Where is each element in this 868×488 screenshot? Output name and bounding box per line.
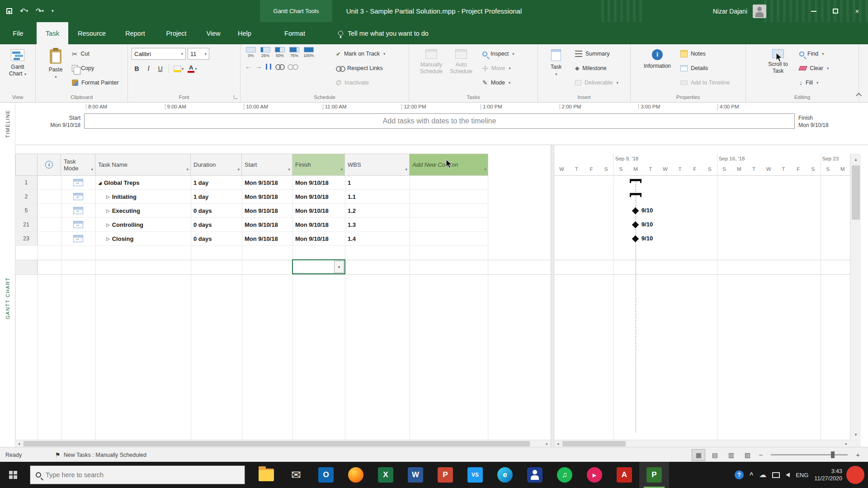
- avatar[interactable]: [753, 5, 766, 18]
- start-cell[interactable]: Mon 9/10/18: [242, 232, 292, 245]
- font-name-select[interactable]: Calibri▾: [132, 48, 186, 60]
- language-indicator[interactable]: ENG: [796, 472, 808, 479]
- taskbar-app-powerpoint[interactable]: P: [430, 462, 460, 488]
- font-color-button[interactable]: A▾: [186, 63, 198, 75]
- select-all-header[interactable]: [15, 154, 38, 176]
- taskbar-app-project[interactable]: P: [639, 462, 669, 488]
- task-name-cell[interactable]: ▷Closing: [95, 232, 191, 245]
- paste-button[interactable]: Paste▾: [41, 46, 70, 90]
- auto-schedule-button[interactable]: Auto Schedule: [447, 46, 475, 90]
- format-painter-button[interactable]: Format Painter: [69, 75, 122, 90]
- start-button[interactable]: [0, 462, 26, 488]
- duration-header[interactable]: Duration▾: [191, 154, 242, 176]
- zoom-out-button[interactable]: −: [757, 451, 764, 459]
- insert-task-button[interactable]: Task▾: [542, 46, 570, 90]
- scroll-up-button[interactable]: ▴: [850, 154, 861, 164]
- empty-row[interactable]: [15, 400, 488, 414]
- filter-caret-icon[interactable]: ▾: [484, 166, 486, 173]
- scroll-to-task-button[interactable]: Scroll to Task: [763, 46, 793, 90]
- filter-caret-icon[interactable]: ▾: [405, 166, 407, 173]
- unlink-tasks-icon[interactable]: [288, 64, 297, 69]
- zoom-slider[interactable]: [771, 454, 848, 455]
- manually-schedule-button[interactable]: Manually Schedule: [416, 46, 446, 90]
- task-name-cell[interactable]: ▷Executing: [95, 204, 191, 217]
- empty-row[interactable]: [15, 358, 488, 372]
- close-button[interactable]: ×: [846, 0, 868, 22]
- row-number[interactable]: 1: [15, 176, 38, 189]
- customize-qat-button[interactable]: ▾: [52, 9, 54, 13]
- taskbar-app-people[interactable]: [520, 462, 550, 488]
- taskbar-app-file-explorer[interactable]: [251, 462, 281, 488]
- collapse-triangle-icon[interactable]: ◢: [98, 180, 102, 185]
- gantt-chart-view-button[interactable]: Gantt Chart ▾: [3, 46, 32, 90]
- tab-resource[interactable]: Resource: [68, 22, 116, 44]
- taskbar-app-spotify[interactable]: ♫: [550, 462, 580, 488]
- new-tasks-mode-button[interactable]: ⚑ New Tasks : Manually Scheduled: [55, 447, 146, 462]
- taskbar-app-word[interactable]: W: [401, 462, 430, 488]
- redo-button[interactable]: ↷▾: [36, 8, 44, 15]
- task-mode-cell[interactable]: [61, 232, 95, 245]
- wbs-cell[interactable]: 1.1: [345, 190, 410, 203]
- duration-cell[interactable]: 1 day: [191, 176, 242, 189]
- task-mode-cell[interactable]: [61, 204, 95, 217]
- percent-25-button[interactable]: 25%: [259, 47, 271, 58]
- task-mode-cell[interactable]: [61, 190, 95, 203]
- italic-button[interactable]: I: [143, 63, 154, 75]
- percent-100-button[interactable]: 100%: [303, 47, 315, 58]
- percent-50-button[interactable]: 50%: [274, 47, 286, 58]
- save-button[interactable]: [6, 8, 12, 14]
- tab-file[interactable]: File: [2, 22, 34, 44]
- cell-dropdown-button[interactable]: ▾: [334, 261, 344, 273]
- tab-task[interactable]: Task: [37, 22, 68, 44]
- vertical-scrollbar[interactable]: ▴ ▾: [850, 154, 861, 440]
- mark-on-track-button[interactable]: ✔Mark on Track▾: [333, 47, 388, 61]
- start-cell[interactable]: Mon 9/10/18: [242, 176, 292, 189]
- display-icon[interactable]: [772, 472, 780, 478]
- scroll-right-button[interactable]: ▸: [843, 440, 850, 447]
- filter-caret-icon[interactable]: ▾: [340, 166, 343, 173]
- link-tasks-icon[interactable]: [275, 64, 283, 69]
- expand-triangle-icon[interactable]: ▷: [106, 222, 110, 227]
- tab-report[interactable]: Report: [115, 22, 156, 44]
- copy-button[interactable]: Copy: [69, 61, 122, 75]
- taskbar-app-edge[interactable]: e: [490, 462, 520, 488]
- timeline-pane[interactable]: 8:00 AM9:00 AM10:00 AM11:00 AM12:00 PM1:…: [15, 103, 868, 145]
- resource-sheet-view-shortcut[interactable]: ▨: [741, 449, 754, 461]
- expand-triangle-icon[interactable]: ▷: [106, 236, 110, 241]
- start-cell[interactable]: Mon 9/10/18: [242, 190, 292, 203]
- font-size-select[interactable]: 11▾: [188, 48, 209, 60]
- outdent-task-icon[interactable]: ←: [245, 63, 251, 70]
- bold-button[interactable]: B: [132, 63, 142, 75]
- mode-button[interactable]: ✎Mode▾: [480, 75, 517, 90]
- timeline-placeholder-box[interactable]: Add tasks with dates to the timeline: [84, 113, 795, 129]
- wbs-cell[interactable]: 1: [345, 176, 410, 189]
- wbs-cell[interactable]: 1.2: [345, 204, 410, 217]
- add-new-column-header[interactable]: Add New Column▾: [410, 154, 488, 176]
- inactivate-button[interactable]: ∅Inactivate: [333, 75, 388, 90]
- indent-task-icon[interactable]: →: [255, 63, 262, 70]
- percent-75-button[interactable]: 75%: [288, 47, 300, 58]
- account-area[interactable]: Nizar Dajani: [713, 0, 766, 22]
- wbs-header[interactable]: WBS▾: [345, 154, 410, 176]
- start-cell[interactable]: Mon 9/10/18: [242, 204, 292, 217]
- task-name-cell[interactable]: ◢Global Treps: [95, 176, 191, 189]
- insert-summary-button[interactable]: Summary: [572, 47, 621, 61]
- duration-cell[interactable]: 0 days: [191, 232, 242, 245]
- scroll-left-button[interactable]: ◂: [15, 440, 23, 447]
- details-button[interactable]: Details: [678, 61, 732, 75]
- tab-help[interactable]: Help: [230, 22, 259, 44]
- show-hidden-icons-chevron[interactable]: ^: [750, 471, 753, 479]
- zoom-slider-thumb[interactable]: [831, 451, 835, 458]
- search-input[interactable]: [46, 471, 226, 479]
- task-name-cell[interactable]: ▷Controlling: [95, 218, 191, 231]
- selected-cell[interactable]: ▾: [292, 259, 345, 274]
- horizontal-scrollbar-thumb[interactable]: [24, 441, 530, 446]
- empty-row[interactable]: [15, 386, 488, 400]
- scroll-right-button[interactable]: ▸: [543, 440, 551, 447]
- taskbar-search-box[interactable]: [30, 465, 245, 484]
- view-splitter[interactable]: [551, 145, 554, 447]
- find-button[interactable]: Find▾: [797, 47, 831, 61]
- empty-row[interactable]: [15, 372, 488, 386]
- respect-links-button[interactable]: Respect Links: [333, 61, 388, 75]
- insert-milestone-button[interactable]: ◆Milestone: [572, 61, 621, 75]
